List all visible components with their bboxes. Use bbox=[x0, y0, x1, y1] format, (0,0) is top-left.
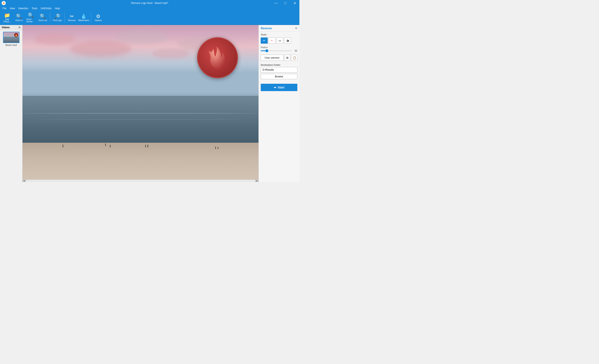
destination-folder-input[interactable] bbox=[261, 67, 297, 73]
title-bar-controls: — □ ✕ bbox=[271, 0, 300, 6]
watermarks-label: Watermarks bbox=[78, 19, 89, 21]
zoom-out-button[interactable]: 🔍 Zoom out bbox=[37, 12, 48, 24]
start-button[interactable]: ➡ Start bbox=[261, 84, 297, 91]
close-button[interactable]: ✕ bbox=[290, 0, 300, 6]
paste-frame-button[interactable]: 📋 bbox=[291, 55, 297, 61]
scroll-track[interactable] bbox=[26, 180, 255, 182]
zoom-normal-button[interactable]: 🔍 Zoom normal bbox=[25, 12, 36, 24]
toolbar-separator-1 bbox=[50, 13, 50, 23]
destination-folder-label: Destination Folder bbox=[259, 62, 300, 67]
window-title: Remove Logo Now! - Beach.mp4* bbox=[131, 2, 168, 5]
menu-view[interactable]: View bbox=[8, 7, 17, 10]
scroll-right-arrow[interactable]: ▸ bbox=[255, 180, 258, 182]
tools-section-label: Tools bbox=[259, 32, 300, 37]
radius-slider[interactable] bbox=[261, 50, 292, 51]
cloud-3 bbox=[117, 30, 168, 44]
minimize-button[interactable]: — bbox=[271, 0, 281, 6]
person-3 bbox=[110, 145, 111, 147]
remove-label: Remove bbox=[68, 19, 76, 21]
right-panel-title: Remove bbox=[261, 27, 272, 30]
menu-selection[interactable]: Selection bbox=[17, 7, 30, 10]
title-bar: 🔥 Remove Logo Now! - Beach.mp4* — □ ✕ bbox=[0, 0, 300, 6]
find-logo-button[interactable]: 🔎 Find Logo bbox=[52, 12, 63, 24]
find-logo-label: Find Logo bbox=[53, 19, 62, 21]
browse-button[interactable]: Browse bbox=[261, 74, 297, 79]
zoom-out-icon: 🔍 bbox=[40, 14, 46, 19]
zoom-in-button[interactable]: 🔍 Zoom in bbox=[14, 12, 25, 24]
find-logo-icon: 🔎 bbox=[54, 14, 60, 19]
options-icon: ⚙ bbox=[96, 14, 100, 19]
clear-selection-row: Clear selection ⧉ 📋 bbox=[259, 54, 300, 62]
zoom-out-label: Zoom out bbox=[38, 19, 47, 21]
video-area[interactable]: ◂ ▸ bbox=[23, 25, 258, 182]
ocean-layer bbox=[23, 96, 258, 151]
eraser-tool-button[interactable]: ✏ bbox=[268, 37, 275, 44]
radius-value: 31 bbox=[293, 49, 297, 52]
sand-layer bbox=[23, 143, 258, 182]
menu-bar: File View Selection Tools SoftOrbits Hel… bbox=[0, 6, 300, 11]
video-horizontal-scrollbar[interactable]: ◂ ▸ bbox=[23, 179, 258, 182]
watermarks-button[interactable]: 💧 Watermarks bbox=[78, 12, 89, 24]
menu-tools[interactable]: Tools bbox=[30, 7, 39, 10]
lasso-icon: ◑ bbox=[286, 39, 289, 42]
rectangle-tool-button[interactable]: ▭ bbox=[276, 37, 283, 44]
rectangle-icon: ▭ bbox=[279, 39, 281, 42]
tools-row: ✏ ✏ ▭ ◑ bbox=[259, 37, 300, 44]
add-files-label: Add File(s)... bbox=[3, 18, 11, 23]
start-label: Start bbox=[278, 86, 284, 89]
radius-row: 31 bbox=[259, 49, 300, 54]
horizon bbox=[23, 94, 258, 94]
wave-1 bbox=[23, 113, 258, 114]
pencil-icon: ✏ bbox=[263, 39, 265, 42]
person-2 bbox=[105, 143, 106, 146]
right-panel-header: Remove ✕ bbox=[259, 25, 300, 32]
right-panel: Remove ✕ Tools ✏ ✏ ▭ ◑ Radius bbox=[258, 25, 300, 182]
cloud-1 bbox=[34, 33, 75, 45]
app-icon: 🔥 bbox=[2, 1, 6, 5]
pencil-tool-button[interactable]: ✏ bbox=[261, 37, 268, 44]
cloud-4 bbox=[152, 49, 189, 59]
add-files-button[interactable]: 📁 Add File(s)... bbox=[2, 12, 13, 24]
videos-panel-close[interactable]: ✕ bbox=[18, 26, 21, 29]
video-filename: Beach.mp4 bbox=[6, 44, 17, 46]
lasso-tool-button[interactable]: ◑ bbox=[284, 37, 291, 44]
logo-flame-svg bbox=[204, 44, 231, 71]
options-button[interactable]: ⚙ Options bbox=[93, 12, 104, 24]
watermarks-icon: 💧 bbox=[81, 14, 87, 19]
zoom-in-icon: 🔍 bbox=[16, 14, 22, 19]
menu-softorbits[interactable]: SoftOrbits bbox=[39, 7, 53, 10]
zoom-normal-label: Zoom normal bbox=[26, 18, 35, 23]
toolbar: 📁 Add File(s)... 🔍 Zoom in 🔍 Zoom normal… bbox=[0, 11, 300, 25]
videos-panel-header: Videos ✕ bbox=[0, 25, 22, 30]
copy-frame-button[interactable]: ⧉ bbox=[284, 55, 291, 61]
video-canvas: ◂ ▸ bbox=[23, 25, 258, 182]
video-thumb-image: 🔥 bbox=[3, 32, 19, 43]
radius-label: Radius bbox=[259, 44, 300, 49]
left-panel: Videos ✕ 🔥 Beach.mp4 bbox=[0, 25, 23, 182]
logo-watermark bbox=[197, 37, 238, 78]
eraser-icon: ✏ bbox=[271, 39, 273, 42]
menu-help[interactable]: Help bbox=[53, 7, 62, 10]
toolbar-separator-2 bbox=[64, 13, 65, 23]
zoom-in-label: Zoom in bbox=[15, 19, 23, 21]
menu-file[interactable]: File bbox=[1, 7, 8, 10]
copy-frame-icon: ⧉ bbox=[286, 56, 288, 60]
maximize-button[interactable]: □ bbox=[281, 0, 290, 6]
person-5 bbox=[148, 145, 148, 147]
clear-selection-button[interactable]: Clear selection bbox=[261, 55, 283, 61]
start-arrow-icon: ➡ bbox=[274, 86, 276, 89]
zoom-normal-icon: 🔍 bbox=[28, 13, 34, 18]
remove-button[interactable]: ✂ Remove bbox=[66, 12, 77, 24]
add-files-icon: 📁 bbox=[4, 13, 10, 18]
person-4 bbox=[145, 145, 146, 147]
person-1 bbox=[63, 144, 63, 147]
remove-icon: ✂ bbox=[70, 14, 74, 19]
logo-circle bbox=[197, 37, 238, 78]
right-panel-close[interactable]: ✕ bbox=[295, 27, 297, 30]
radius-thumb bbox=[265, 49, 268, 52]
scroll-left-arrow[interactable]: ◂ bbox=[23, 180, 26, 182]
options-label: Options bbox=[95, 19, 102, 21]
person-7 bbox=[218, 147, 218, 149]
toolbar-separator-3 bbox=[91, 13, 91, 23]
video-thumbnail-item[interactable]: 🔥 Beach.mp4 bbox=[3, 32, 19, 46]
